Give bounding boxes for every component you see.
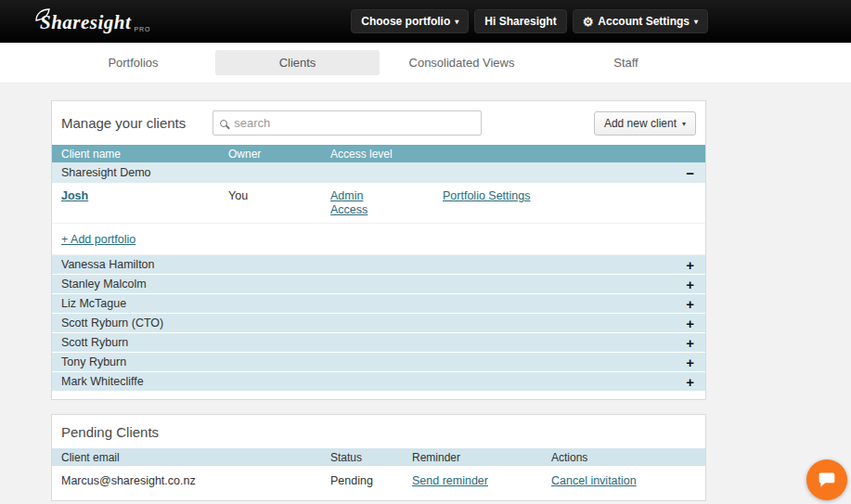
- expand-icon[interactable]: +: [686, 258, 705, 272]
- manage-clients-header: Manage your clients Add new client ▾: [52, 101, 705, 145]
- client-row[interactable]: Liz McTague +: [52, 294, 705, 314]
- manage-clients-card: Manage your clients Add new client ▾ Cli…: [51, 100, 706, 400]
- chevron-down-icon: ▾: [682, 121, 686, 128]
- expand-icon[interactable]: +: [686, 297, 705, 311]
- client-name: Vanessa Hamilton: [52, 258, 155, 271]
- brand-pro-label: PRO: [134, 26, 150, 32]
- client-row[interactable]: Scott Ryburn (CTO) +: [52, 314, 705, 333]
- search-icon: [213, 120, 234, 127]
- col-reminder: Reminder: [412, 451, 551, 464]
- chat-launcher-button[interactable]: [806, 459, 847, 500]
- client-row[interactable]: Vanessa Hamilton +: [52, 255, 705, 275]
- pending-status: Pending: [330, 474, 412, 487]
- col-status: Status: [330, 451, 412, 464]
- client-name: Sharesight Demo: [52, 166, 228, 179]
- greeting-button[interactable]: Hi Sharesight: [474, 9, 566, 33]
- chevron-down-icon: ▾: [694, 19, 698, 26]
- portfolio-owner: You: [228, 189, 330, 202]
- account-settings-label: Account Settings: [598, 15, 690, 28]
- search-input[interactable]: [234, 116, 481, 130]
- client-name: Scott Ryburn: [52, 336, 128, 349]
- client-row-expanded[interactable]: Sharesight Demo −: [52, 162, 705, 183]
- add-portfolio-row: + Add portfolio: [52, 224, 705, 255]
- client-row[interactable]: Tony Ryburn +: [52, 353, 705, 372]
- topbar-actions: Choose portfolio ▾ Hi Sharesight ⚙ Accou…: [351, 9, 708, 33]
- pending-clients-card: Pending Clients Client email Status Remi…: [51, 414, 706, 501]
- expand-icon[interactable]: +: [686, 317, 705, 330]
- expand-icon[interactable]: +: [686, 355, 705, 369]
- chat-icon: [818, 471, 836, 489]
- pending-table-header: Client email Status Reminder Actions: [52, 448, 705, 466]
- col-client-name: Client name: [52, 148, 228, 161]
- col-actions: Actions: [551, 451, 705, 464]
- page-content: Manage your clients Add new client ▾ Cli…: [0, 84, 851, 501]
- expand-icon[interactable]: +: [686, 336, 705, 350]
- pending-row: Marcus@sharesight.co.nz Pending Send rem…: [52, 466, 705, 493]
- choose-portfolio-label: Choose portfolio: [361, 15, 450, 28]
- greeting-label: Hi Sharesight: [484, 15, 556, 28]
- tab-consolidated-views[interactable]: Consolidated Views: [380, 50, 544, 75]
- expand-icon[interactable]: +: [686, 278, 705, 291]
- client-name: Stanley Malcolm: [52, 278, 147, 291]
- collapse-icon[interactable]: −: [686, 166, 705, 180]
- client-row[interactable]: Scott Ryburn +: [52, 333, 705, 353]
- brand-wordmark: Sharesight: [40, 11, 131, 34]
- col-owner: Owner: [228, 148, 330, 161]
- tab-staff[interactable]: Staff: [544, 50, 708, 75]
- send-reminder-link[interactable]: Send reminder: [412, 474, 488, 487]
- access-level-link[interactable]: Admin Access: [330, 189, 375, 217]
- portfolio-row: Josh You Admin Access Portfolio Settings: [52, 183, 705, 224]
- client-name: Tony Ryburn: [52, 355, 126, 368]
- page-title: Manage your clients: [61, 115, 186, 131]
- portfolio-settings-link[interactable]: Portfolio Settings: [443, 189, 531, 202]
- col-client-email: Client email: [52, 451, 330, 464]
- cancel-invitation-link[interactable]: Cancel invitation: [551, 474, 637, 487]
- add-new-client-label: Add new client: [604, 117, 677, 130]
- tab-portfolios[interactable]: Portfolios: [51, 50, 215, 75]
- choose-portfolio-button[interactable]: Choose portfolio ▾: [351, 9, 469, 33]
- topbar: Sharesight PRO Choose portfolio ▾ Hi Sha…: [0, 0, 851, 43]
- main-nav: Portfolios Clients Consolidated Views St…: [0, 43, 851, 84]
- clients-table-header: Client name Owner Access level: [52, 145, 705, 162]
- pending-email: Marcus@sharesight.co.nz: [52, 474, 330, 487]
- chevron-down-icon: ▾: [455, 19, 458, 26]
- client-search: [213, 110, 482, 136]
- client-name: Liz McTague: [52, 297, 126, 310]
- account-settings-button[interactable]: ⚙ Account Settings ▾: [573, 9, 708, 33]
- sharesight-logo[interactable]: Sharesight PRO: [35, 8, 151, 34]
- pending-clients-title: Pending Clients: [52, 415, 705, 448]
- client-row[interactable]: Mark Whitecliffe +: [52, 372, 705, 392]
- col-access-level: Access level: [330, 148, 443, 161]
- expand-icon[interactable]: +: [686, 375, 705, 389]
- client-name: Scott Ryburn (CTO): [52, 317, 163, 330]
- client-name: Mark Whitecliffe: [52, 375, 144, 388]
- add-portfolio-link[interactable]: + Add portfolio: [61, 233, 135, 246]
- portfolio-link[interactable]: Josh: [61, 189, 88, 202]
- add-new-client-button[interactable]: Add new client ▾: [594, 111, 696, 136]
- tab-clients[interactable]: Clients: [215, 50, 380, 75]
- client-row[interactable]: Stanley Malcolm +: [52, 275, 705, 294]
- gear-icon: ⚙: [583, 16, 594, 28]
